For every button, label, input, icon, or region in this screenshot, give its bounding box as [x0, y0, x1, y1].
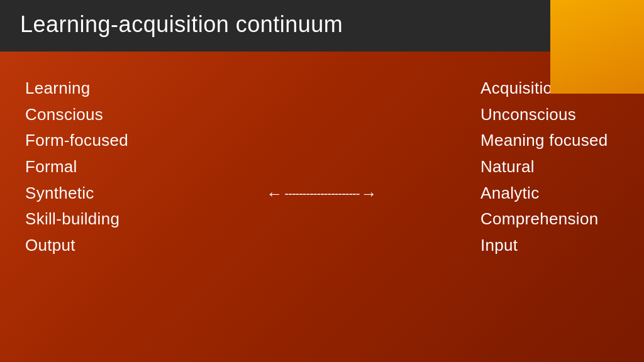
term-meaning-focused: Meaning focused	[480, 129, 619, 153]
slide: Learning-acquisition continuum Learning …	[0, 0, 644, 362]
term-natural: Natural	[480, 155, 619, 179]
left-column: Learning Conscious Form-focused Formal S…	[25, 77, 164, 258]
term-input: Input	[480, 234, 619, 258]
term-comprehension: Comprehension	[480, 207, 619, 231]
content-area: Learning Conscious Form-focused Formal S…	[0, 58, 644, 270]
arrow-right-icon: →	[360, 184, 377, 204]
bidirectional-arrow: ← --------------------- →	[267, 184, 378, 204]
term-unconscious: Unconscious	[480, 103, 619, 127]
term-synthetic: Synthetic	[25, 182, 164, 206]
term-skill-building: Skill-building	[25, 207, 164, 231]
arrow-dashes: ---------------------	[285, 187, 360, 201]
term-form-focused: Form-focused	[25, 129, 164, 153]
arrow-left-icon: ←	[267, 184, 284, 204]
term-analytic: Analytic	[480, 182, 619, 206]
term-learning: Learning	[25, 77, 164, 101]
accent-rectangle	[550, 0, 644, 94]
term-output: Output	[25, 234, 164, 258]
slide-title: Learning-acquisition continuum	[20, 11, 530, 38]
right-column: Acquisition Unconscious Meaning focused …	[480, 77, 619, 258]
term-conscious: Conscious	[25, 103, 164, 127]
middle-column: ← --------------------- →	[164, 77, 480, 258]
term-formal: Formal	[25, 155, 164, 179]
header-bar: Learning-acquisition continuum	[0, 0, 550, 52]
